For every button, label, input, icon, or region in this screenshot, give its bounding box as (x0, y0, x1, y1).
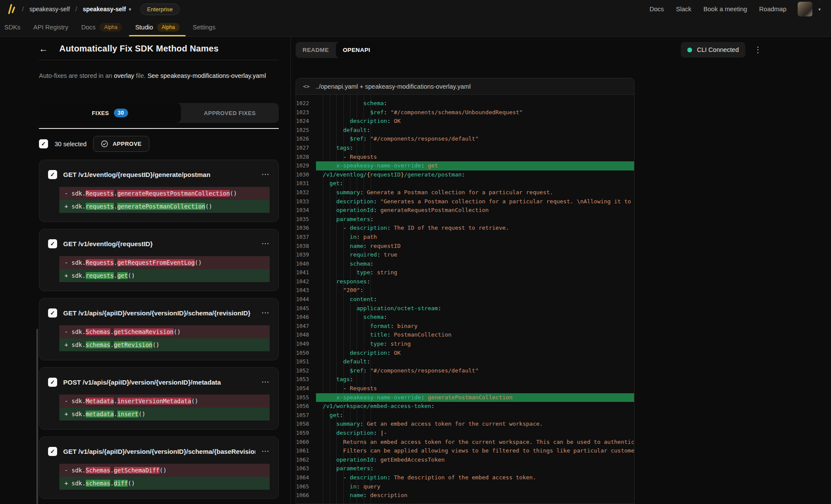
code-line: 1054 - Requests (296, 384, 634, 393)
line-number: 1022 (296, 99, 316, 108)
back-arrow-icon[interactable]: ← (39, 44, 48, 53)
nav-item-docs[interactable]: DocsAlpha (81, 18, 122, 36)
code-token: required (350, 251, 377, 258)
code-token: : (374, 296, 377, 302)
diff-changed-token: getSchemaDiff (114, 467, 160, 474)
code-text: /v1/eventlog/{requestID}/generate/postma… (316, 170, 634, 180)
line-number: 1026 (296, 135, 316, 144)
diff-token: - sdk. (64, 259, 86, 266)
fixes-tabbar: FIXES 30 APPROVED FIXES (39, 103, 279, 123)
code-text: tags: (316, 144, 634, 153)
code-text: Returns an embed access token for the cu… (316, 438, 634, 447)
fix-menu-icon[interactable]: ⋯ (261, 240, 270, 247)
fix-checkbox[interactable]: ✓ (48, 170, 57, 179)
line-number: 1040 (296, 260, 316, 269)
header-link-book-a-meeting[interactable]: Book a meeting (703, 6, 747, 13)
fix-list: ✓GET /v1/eventlog/{requestID}/generate/p… (39, 160, 279, 499)
diff-token: . (110, 328, 114, 335)
breadcrumb-workspace[interactable]: speakeasy-self ▾ (83, 6, 131, 13)
main-content: ← Automatically Fix SDK Method Names Aut… (0, 37, 831, 504)
nav-item-api-registry[interactable]: API Registry (33, 18, 68, 36)
tab-openapi[interactable]: OPENAPI (336, 42, 377, 58)
diff-changed-token: insert (117, 411, 138, 417)
tab-fixes[interactable]: FIXES 30 (39, 103, 181, 123)
code-token: default (343, 358, 367, 365)
diff-changed-token: requests (86, 203, 114, 210)
code-line: 1023 $ref: "#/components/schemas/Unbound… (296, 108, 634, 117)
fix-list-scrollbar[interactable] (36, 329, 38, 504)
header-link-slack[interactable]: Slack (676, 6, 691, 13)
diff-changed-token: get (117, 272, 128, 279)
code-token: description (336, 430, 374, 436)
code-line: 1049 type: string (296, 340, 634, 349)
code-line: 1064 - description: The description of t… (296, 473, 634, 482)
code-line: 1048 title: PostmanCollection (296, 331, 634, 340)
header-link-roadmap[interactable]: Roadmap (759, 6, 786, 13)
code-token: "#/components/responses/default" (370, 135, 478, 142)
breadcrumb-org[interactable]: speakeasy-self (29, 6, 70, 13)
code-text: x-speakeasy-name-override: get (316, 161, 634, 170)
code-text: title: PostmanCollection (316, 331, 634, 340)
code-text: "200": (316, 286, 634, 295)
approve-button[interactable]: APPROVE (93, 136, 149, 152)
tab-approved-fixes[interactable]: APPROVED FIXES (181, 103, 279, 123)
code-token: : (374, 456, 380, 463)
fix-checkbox[interactable]: ✓ (48, 239, 57, 248)
line-number: 1062 (296, 456, 316, 465)
fix-checkbox[interactable]: ✓ (48, 308, 57, 318)
nav-item-label: Settings (193, 24, 215, 31)
code-line: 1051 default: (296, 357, 634, 366)
diff-changed-token: diff (114, 480, 128, 487)
diff-token: () (195, 259, 202, 266)
line-number: 1058 (296, 420, 316, 429)
code-token: : (364, 492, 370, 498)
code-token (316, 154, 343, 160)
code-token (316, 144, 336, 151)
nav-item-settings[interactable]: Settings (193, 18, 215, 36)
nav-item-studio[interactable]: StudioAlpha (135, 18, 180, 36)
code-token: in (350, 483, 357, 490)
code-token: : (367, 127, 370, 133)
code-line: 1027 tags: (296, 144, 634, 153)
code-token: Get an embed access token for the curren… (367, 421, 543, 427)
page-title: Automatically Fix SDK Method Names (59, 44, 219, 54)
code-token (316, 100, 364, 106)
code-line: 1038 name: requestID (296, 242, 634, 251)
fix-menu-icon[interactable]: ⋯ (261, 170, 270, 178)
code-token: binary (397, 323, 418, 329)
code-token: "#/components/responses/default" (370, 367, 478, 374)
kebab-menu-icon[interactable]: ⋮ (754, 45, 762, 55)
selected-count-label: 30 selected (55, 141, 87, 148)
diff-changed-token: metadata (86, 411, 114, 417)
line-number: 1061 (296, 446, 316, 456)
fix-menu-icon[interactable]: ⋯ (261, 447, 270, 455)
line-number: 1028 (296, 153, 316, 162)
code-token: : (421, 394, 428, 401)
code-editor[interactable]: 1022 schema:1023 $ref: "#/components/sch… (296, 95, 634, 504)
diff-token: () (205, 203, 212, 210)
chevron-down-icon[interactable]: ▾ (818, 7, 821, 12)
code-text: in: query (316, 482, 634, 491)
code-token: responses (336, 278, 367, 285)
code-text: schema: (316, 313, 634, 322)
code-token (316, 225, 343, 231)
fix-checkbox[interactable]: ✓ (48, 447, 57, 456)
diff-added-line: + sdk.schemas.diff() (59, 477, 270, 490)
line-number: 1030 (296, 170, 316, 180)
code-icon: <> (303, 83, 310, 90)
code-token (316, 171, 323, 178)
fix-menu-icon[interactable]: ⋯ (261, 378, 270, 386)
select-all-checkbox[interactable]: ✓ (39, 139, 48, 148)
header-link-docs[interactable]: Docs (650, 6, 664, 13)
code-token: title (370, 331, 387, 338)
fix-menu-icon[interactable]: ⋯ (261, 309, 270, 317)
fix-diff: - sdk.Requests.getRequestFromEventLog()+… (59, 256, 270, 282)
code-line: 1066 name: description (296, 491, 634, 500)
code-token: : (367, 358, 370, 365)
fix-checkbox[interactable]: ✓ (48, 378, 57, 387)
tab-readme[interactable]: README (296, 42, 336, 58)
nav-item-sdks[interactable]: SDKs (4, 18, 20, 36)
description-text: file. (134, 72, 148, 79)
user-avatar[interactable] (798, 2, 812, 16)
speakeasy-logo[interactable] (5, 3, 16, 15)
